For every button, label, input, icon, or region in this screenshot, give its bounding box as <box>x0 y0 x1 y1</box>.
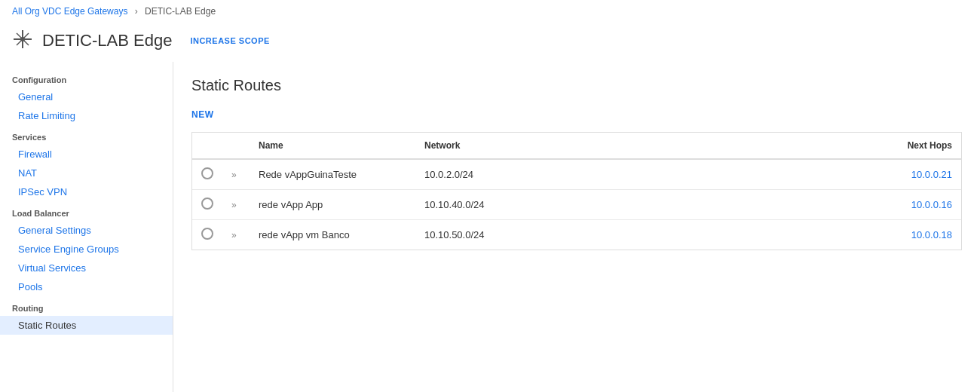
row-expand-cell[interactable]: » <box>222 220 250 250</box>
row-radio-cell[interactable] <box>192 220 222 250</box>
table-body: » Rede vAppGuinaTeste 10.0.2.0/24 10.0.0… <box>192 159 961 250</box>
sidebar-section-routing: Routing <box>0 296 173 316</box>
radio-button[interactable] <box>201 167 213 179</box>
table-row: » Rede vAppGuinaTeste 10.0.2.0/24 10.0.0… <box>192 159 961 190</box>
sidebar: ConfigurationGeneralRate LimitingService… <box>0 62 173 392</box>
col-header-check <box>192 133 222 159</box>
breadcrumb-separator: › <box>135 6 140 17</box>
row-radio-cell[interactable] <box>192 190 222 220</box>
row-nexthops: 10.0.0.16 <box>871 190 961 220</box>
row-radio-cell[interactable] <box>192 159 222 190</box>
page-header: DETIC-LAB Edge INCREASE SCOPE <box>0 23 980 62</box>
row-expand-cell[interactable]: » <box>222 190 250 220</box>
expand-icon[interactable]: » <box>231 230 237 240</box>
sidebar-item-static-routes[interactable]: Static Routes <box>0 316 173 335</box>
table-header: Name Network Next Hops <box>192 133 961 159</box>
increase-scope-button[interactable]: INCREASE SCOPE <box>190 33 269 48</box>
table-row: » rede vApp App 10.10.40.0/24 10.0.0.16 <box>192 190 961 220</box>
row-network: 10.0.2.0/24 <box>415 159 871 190</box>
row-expand-cell[interactable]: » <box>222 159 250 190</box>
expand-icon[interactable]: » <box>231 200 237 210</box>
sidebar-section-configuration: Configuration <box>0 68 173 87</box>
row-nexthops: 10.0.0.18 <box>871 220 961 250</box>
row-name: rede vApp vm Banco <box>250 220 415 250</box>
row-name: rede vApp App <box>250 190 415 220</box>
row-name: Rede vAppGuinaTeste <box>250 159 415 190</box>
sidebar-item-service-engine-groups[interactable]: Service Engine Groups <box>0 240 173 259</box>
sidebar-section-services: Services <box>0 125 173 145</box>
svg-point-4 <box>20 37 25 41</box>
radio-button[interactable] <box>201 228 213 240</box>
breadcrumb: All Org VDC Edge Gateways › DETIC-LAB Ed… <box>0 0 980 23</box>
col-header-nexthops: Next Hops <box>871 133 961 159</box>
breadcrumb-current: DETIC-LAB Edge <box>145 6 216 17</box>
page-title: Static Routes <box>191 77 962 94</box>
sidebar-item-virtual-services[interactable]: Virtual Services <box>0 259 173 277</box>
table-row: » rede vApp vm Banco 10.10.50.0/24 10.0.… <box>192 220 961 250</box>
gateway-title: DETIC-LAB Edge <box>42 31 172 51</box>
col-header-name: Name <box>250 133 415 159</box>
sidebar-item-firewall[interactable]: Firewall <box>0 145 173 164</box>
edge-gateway-icon <box>12 29 33 53</box>
sidebar-item-general[interactable]: General <box>0 87 173 106</box>
sidebar-item-general-settings[interactable]: General Settings <box>0 221 173 240</box>
row-nexthops: 10.0.0.21 <box>871 159 961 190</box>
col-header-expand <box>222 133 250 159</box>
content-area: Static Routes NEW Name Network Next Hops <box>173 62 980 392</box>
new-button[interactable]: NEW <box>191 106 214 123</box>
sidebar-item-nat[interactable]: NAT <box>0 164 173 182</box>
expand-icon[interactable]: » <box>231 170 237 180</box>
toolbar: NEW <box>191 106 962 123</box>
sidebar-item-ipsec-vpn[interactable]: IPSec VPN <box>0 182 173 201</box>
sidebar-item-rate-limiting[interactable]: Rate Limiting <box>0 106 173 125</box>
row-network: 10.10.40.0/24 <box>415 190 871 220</box>
radio-button[interactable] <box>201 198 213 210</box>
col-header-network: Network <box>415 133 871 159</box>
routes-table: Name Network Next Hops » Rede vAppGuinaT… <box>192 133 961 250</box>
routes-table-wrapper: Name Network Next Hops » Rede vAppGuinaT… <box>191 132 962 250</box>
breadcrumb-parent[interactable]: All Org VDC Edge Gateways <box>12 6 127 17</box>
sidebar-section-load-balancer: Load Balancer <box>0 201 173 221</box>
sidebar-item-pools[interactable]: Pools <box>0 277 173 296</box>
row-network: 10.10.50.0/24 <box>415 220 871 250</box>
main-layout: ConfigurationGeneralRate LimitingService… <box>0 62 980 392</box>
